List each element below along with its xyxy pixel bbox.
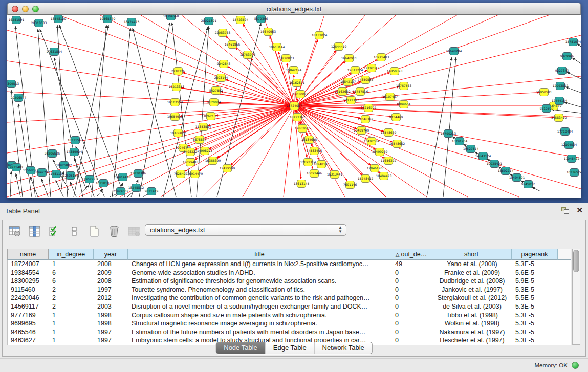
- graph-node[interactable]: 9227343: [555, 67, 569, 75]
- graph-node[interactable]: 10025421: [487, 160, 503, 168]
- cell-title[interactable]: Investigating the contribution of common…: [128, 294, 392, 302]
- cell-title[interactable]: Corpus callosum shape and size in male p…: [128, 311, 392, 320]
- graph-node[interactable]: 18030022: [293, 91, 309, 98]
- graph-node[interactable]: 16640911: [341, 55, 357, 62]
- cell-name[interactable]: 19384554: [8, 269, 49, 277]
- cell-year[interactable]: 2003: [94, 302, 128, 311]
- cell-outde[interactable]: 0: [392, 311, 432, 320]
- cell-pagerank[interactable]: 5.3E-5: [512, 319, 558, 328]
- cell-outde[interactable]: 0: [392, 336, 432, 345]
- graph-node[interactable]: 20206535: [45, 150, 60, 158]
- graph-node[interactable]: 16091446: [307, 170, 322, 178]
- table-settings-button[interactable]: [7, 224, 22, 238]
- cell-pagerank[interactable]: 5.3E-5: [512, 311, 558, 320]
- cell-outde[interactable]: 0: [392, 269, 432, 277]
- graph-node[interactable]: 7691146: [343, 181, 357, 189]
- cell-indegree[interactable]: 1: [49, 328, 94, 337]
- graph-node[interactable]: 8427552: [209, 87, 223, 95]
- column-header-outde[interactable]: △out_de…: [391, 249, 431, 260]
- graph-node[interactable]: 22083768: [215, 29, 231, 37]
- table-row[interactable]: 1830029562008Estimation of significance …: [8, 277, 571, 286]
- cell-short[interactable]: Nakamura et al. (1997): [432, 328, 512, 337]
- cell-indegree[interactable]: 2: [49, 286, 94, 294]
- cell-indegree[interactable]: 1: [49, 311, 94, 320]
- graph-node[interactable]: 16107487: [382, 93, 398, 101]
- graph-node[interactable]: 11353584: [195, 123, 211, 131]
- table-row[interactable]: 1456911722003Disruption of a novel membe…: [8, 302, 571, 311]
- cell-outde[interactable]: 0: [392, 302, 432, 311]
- cell-outde[interactable]: 0: [392, 319, 432, 328]
- cell-year[interactable]: 2009: [94, 269, 128, 277]
- cell-short[interactable]: Dudbridge et al. (2008): [432, 277, 512, 286]
- cell-year[interactable]: 1997: [94, 328, 128, 337]
- cell-outde[interactable]: 0: [392, 286, 432, 294]
- cell-name[interactable]: 18300295: [8, 277, 49, 286]
- tab-edge-table[interactable]: Edge Table: [265, 342, 314, 354]
- cell-indegree[interactable]: 6: [49, 269, 94, 277]
- cell-outde[interactable]: 49: [392, 260, 432, 269]
- cell-short[interactable]: Stergiakouli et al. (2012): [432, 294, 512, 302]
- cell-short[interactable]: Wolkin et al. (1998): [432, 319, 512, 328]
- cell-year[interactable]: 2008: [94, 260, 128, 269]
- cell-pagerank[interactable]: 5.3E-5: [512, 302, 558, 311]
- graph-node[interactable]: 18692214: [498, 167, 514, 175]
- cell-short[interactable]: de Silva et al. (2003): [432, 302, 512, 311]
- cell-indegree[interactable]: 1: [49, 336, 94, 345]
- cell-title[interactable]: Estimation of significance thresholds fo…: [128, 277, 392, 286]
- table-row[interactable]: 2242004622012Investigating the contribut…: [8, 294, 571, 302]
- cell-year[interactable]: 1998: [94, 319, 128, 328]
- cell-name[interactable]: 9465546: [8, 328, 49, 337]
- cell-name[interactable]: 9699695: [8, 319, 49, 328]
- graph-node[interactable]: 15958501: [536, 89, 552, 96]
- row-height-button[interactable]: [67, 224, 82, 238]
- graph-node[interactable]: 18245812: [128, 184, 144, 192]
- graph-node[interactable]: 14850393: [387, 68, 403, 75]
- graph-node[interactable]: 19613274: [347, 67, 363, 74]
- graph-node[interactable]: 16914479: [187, 170, 203, 178]
- scrollbar-thumb[interactable]: [573, 250, 579, 272]
- cell-title[interactable]: Estimation of the future numbers of pati…: [128, 328, 392, 337]
- table-row[interactable]: 911546021997Tourette syndrome. Phenomeno…: [8, 286, 571, 294]
- graph-node[interactable]: 16461865: [225, 41, 241, 49]
- graph-node[interactable]: 12213353: [169, 83, 185, 91]
- graph-node[interactable]: 19309513: [7, 80, 19, 88]
- cell-pagerank[interactable]: 5.3E-5: [512, 260, 558, 269]
- graph-node[interactable]: 17710404: [557, 128, 573, 136]
- cell-indegree[interactable]: 2: [49, 302, 94, 311]
- graph-node[interactable]: 18424475: [124, 18, 140, 26]
- cell-year[interactable]: 2012: [94, 294, 128, 302]
- graph-node[interactable]: 14583443: [307, 147, 322, 155]
- delete-column-button[interactable]: [106, 224, 122, 238]
- cell-year[interactable]: 1997: [94, 336, 128, 345]
- graph-node[interactable]: 10975887: [56, 162, 72, 169]
- graph-node[interactable]: 12544419: [331, 43, 347, 51]
- graph-node[interactable]: 12104534: [561, 141, 577, 149]
- graph-node[interactable]: 10236524: [567, 169, 581, 177]
- cell-pagerank[interactable]: 5.9E-5: [512, 277, 558, 286]
- graph-node[interactable]: 16914478: [115, 173, 131, 181]
- cell-short[interactable]: Yano et al. (2008): [432, 260, 512, 269]
- graph-node[interactable]: 21924502: [113, 188, 129, 195]
- graph-node[interactable]: 12505135: [63, 172, 79, 180]
- cell-short[interactable]: Jankovic et al. (1997): [432, 286, 512, 294]
- cell-title[interactable]: Structural magnetic resonance image aver…: [128, 319, 392, 328]
- graph-node[interactable]: 10494423: [376, 172, 392, 180]
- graph-node[interactable]: 17359924: [67, 148, 82, 156]
- table-row[interactable]: 1938455462009Genome-wide association stu…: [8, 269, 571, 277]
- graph-node[interactable]: 22046362: [358, 116, 374, 123]
- graph-node[interactable]: 20021891: [201, 17, 217, 25]
- graph-node[interactable]: 16162871: [289, 79, 305, 87]
- cell-outde[interactable]: 0: [392, 328, 432, 337]
- cell-title[interactable]: Disruption of a novel member of a sodium…: [128, 302, 392, 311]
- cell-title[interactable]: Tourette syndrome. Phenomenology and cla…: [128, 286, 392, 294]
- graph-node[interactable]: 19654915: [167, 113, 183, 121]
- tab-network-table[interactable]: Network Table: [314, 342, 372, 354]
- column-header-short[interactable]: short: [431, 249, 512, 260]
- graph-node[interactable]: 16313441: [327, 171, 343, 179]
- graph-node[interactable]: 18548639: [381, 129, 397, 137]
- column-header-year[interactable]: year: [94, 249, 128, 260]
- graph-node[interactable]: 8572396: [254, 15, 268, 23]
- graph-node[interactable]: 16251591: [9, 16, 25, 24]
- cell-name[interactable]: 9777169: [8, 311, 49, 320]
- graph-node[interactable]: 19613144: [269, 43, 285, 51]
